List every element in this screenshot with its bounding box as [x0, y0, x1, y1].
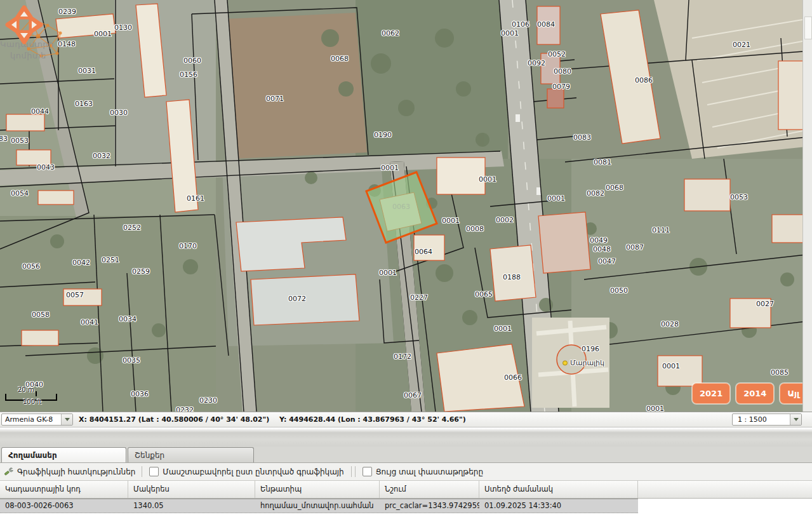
panel-toolbar: Գրաֆիկայի հատկություններ Մասշտաբավորել ը…	[0, 463, 812, 481]
scale-select[interactable]: 1 : 1500	[732, 413, 802, 426]
cell-1: 1340.05	[128, 499, 255, 513]
x-value: 8404151.27	[90, 415, 136, 424]
scalebar-metric: 20 m	[18, 386, 34, 393]
aerial-map[interactable]: Կադաստրի կոմիտե Մարալիկ 0239013000010148…	[0, 0, 812, 412]
statusbar: Armenia GK-8 X: 8404151.27 (Lat : 40.580…	[0, 412, 812, 427]
aerial-imagery	[0, 0, 812, 412]
table-row[interactable]: 08-003-0026-00631340.05հողամաս_մոտավոր.ս…	[0, 499, 638, 513]
table-header: Կադաստրային կոդՄակերեսԵնթատիպՆշումՍտեղծ …	[0, 481, 812, 499]
wrench-icon	[4, 467, 14, 477]
projection-dropdown-arrow-icon[interactable]	[61, 414, 72, 425]
checkbox-1[interactable]	[363, 467, 372, 476]
column-header-1[interactable]: Մակերես	[128, 481, 255, 498]
x-detail: (Lat : 40.580006 / 40° 34' 48.02")	[138, 415, 270, 424]
y-detail: (Lon : 43.867963 / 43° 52' 4.66")	[338, 415, 466, 424]
checkbox-label-1: Ցույց տալ փաստաթղթերը	[376, 467, 483, 476]
cell-2: հողամաս_մոտավոր.սահման	[255, 499, 380, 513]
projection-select[interactable]: Armenia GK-8	[1, 413, 73, 426]
y-value: 4494628.44	[289, 415, 335, 424]
column-header-filler	[638, 481, 812, 498]
scale-dropdown-arrow-icon[interactable]	[790, 414, 801, 425]
tab-1[interactable]: Շենքեր	[128, 447, 254, 462]
tab-0[interactable]: Հողամասեր	[1, 447, 126, 462]
graphics-properties-button[interactable]: Գրաֆիկայի հատկություններ	[0, 467, 139, 477]
projection-value: Armenia GK-8	[2, 415, 61, 424]
checkbox-label-0: Մասշտաբավորել ըստ ընտրված գրաֆիկայի	[163, 467, 343, 476]
checkbox-0[interactable]	[149, 467, 159, 476]
toolbar-separator	[142, 466, 142, 477]
column-header-0[interactable]: Կադաստրային կոդ	[0, 481, 128, 498]
map-scrollbar-thumb[interactable]	[804, 17, 812, 39]
attributes-panel: ՀողամասերՇենքեր Գրաֆիկայի հատկություններ…	[0, 447, 812, 524]
panel-tabbar: ՀողամասերՇենքեր	[0, 447, 812, 463]
column-header-2[interactable]: Ենթատիպ	[255, 481, 380, 498]
x-label: X:	[79, 415, 87, 424]
panel-divider	[0, 428, 812, 447]
year-button-2021[interactable]: 2021	[692, 383, 730, 404]
imagery-year-buttons: 20212014Այլx	[692, 383, 812, 404]
scale-value: 1 : 1500	[733, 415, 790, 424]
column-header-4[interactable]: Ստեղծ ժամանակ	[479, 481, 638, 498]
column-header-3[interactable]: Նշում	[380, 481, 479, 498]
scalebar-imperial: 100 ft	[23, 398, 42, 405]
checkbox-item-1[interactable]: Ցույց տալ փաստաթղթերը	[358, 467, 488, 476]
pan-control-icon[interactable]	[0, 0, 48, 48]
map-scrollbar[interactable]	[802, 0, 812, 412]
y-label: Y:	[279, 415, 286, 424]
cell-3: prc_caclar=1343.97429599 ; prc_per...	[380, 499, 479, 513]
cell-4: 01.09.2025 14:33:40	[479, 499, 638, 513]
year-button-2014[interactable]: 2014	[736, 383, 774, 404]
checkbox-item-0[interactable]: Մասշտաբավորել ըստ ընտրված գրաֆիկայի	[145, 467, 348, 476]
graphics-properties-label: Գրաֆիկայի հատկություններ	[17, 467, 135, 476]
cell-0: 08-003-0026-0063	[0, 499, 128, 513]
coordinates-readout: X: 8404151.27 (Lat : 40.580006 / 40° 34'…	[79, 415, 466, 424]
